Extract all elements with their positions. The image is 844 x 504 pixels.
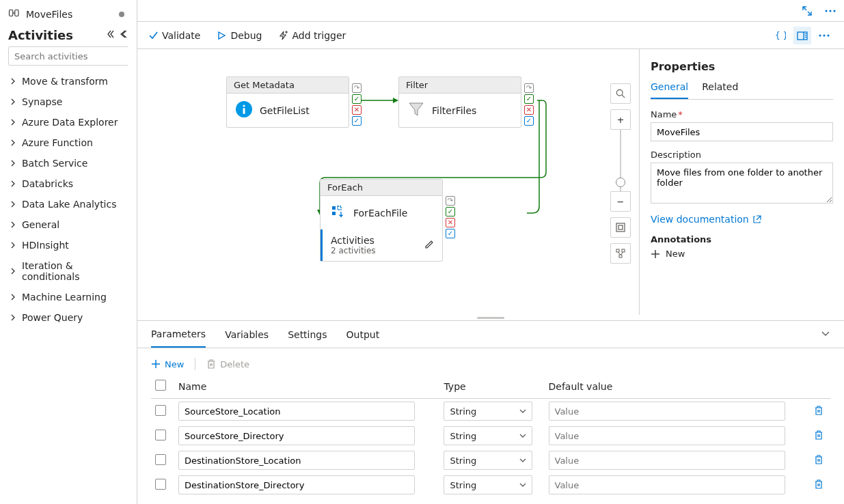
activity-name: FilterFiles — [432, 105, 476, 116]
search-input-wrap[interactable] — [8, 46, 128, 66]
row-checkbox[interactable] — [155, 405, 166, 416]
param-value-input[interactable] — [549, 451, 785, 470]
badge-fail-icon[interactable]: ✕ — [352, 105, 362, 115]
tab-parameters[interactable]: Parameters — [151, 321, 206, 348]
collapse-bottom-icon[interactable] — [821, 328, 830, 340]
properties-toggle-icon[interactable] — [793, 27, 811, 44]
trash-icon[interactable] — [814, 456, 823, 466]
col-default: Default value — [545, 374, 810, 399]
badge-completion-icon[interactable]: ✓ — [446, 229, 455, 238]
canvas-more-icon[interactable] — [815, 27, 833, 44]
chevron-right-icon — [10, 292, 16, 303]
auto-layout-icon[interactable] — [610, 243, 631, 264]
chevron-down-icon — [519, 432, 526, 439]
param-name-input[interactable] — [178, 475, 415, 494]
description-input[interactable] — [651, 163, 833, 204]
tab-settings[interactable]: Settings — [288, 321, 327, 348]
sidebar-item[interactable]: Move & transform — [8, 71, 128, 92]
validate-button[interactable]: Validate — [148, 30, 200, 41]
collapse-activities-icon[interactable] — [105, 30, 118, 40]
sidebar-item[interactable]: Machine Learning — [8, 287, 128, 307]
badge-success-icon[interactable]: ✓ — [446, 207, 455, 216]
trigger-icon — [278, 31, 288, 40]
row-checkbox[interactable] — [155, 454, 166, 465]
sidebar-item[interactable]: HDInsight — [8, 235, 128, 255]
chevron-right-icon — [10, 158, 16, 169]
sidebar-item[interactable]: Azure Function — [8, 132, 128, 153]
badge-success-icon[interactable]: ✓ — [352, 94, 362, 104]
param-type-select[interactable]: String — [444, 402, 532, 421]
more-icon[interactable] — [822, 3, 839, 19]
badge-skip-icon[interactable]: ↷ — [352, 83, 362, 93]
properties-tab-general[interactable]: General — [651, 81, 688, 99]
badge-completion-icon[interactable]: ✓ — [524, 116, 534, 126]
row-checkbox[interactable] — [155, 430, 166, 440]
sidebar-item-label: HDInsight — [22, 240, 69, 251]
badge-fail-icon[interactable]: ✕ — [446, 218, 455, 227]
zoom-slider[interactable] — [620, 130, 621, 191]
badge-completion-icon[interactable]: ✓ — [352, 116, 362, 126]
param-value-input[interactable] — [549, 475, 785, 494]
badge-skip-icon[interactable]: ↷ — [524, 83, 534, 93]
activity-name: ForEachFile — [353, 208, 407, 219]
badge-fail-icon[interactable]: ✕ — [524, 105, 534, 115]
param-type-select[interactable]: String — [444, 426, 532, 445]
view-documentation-link[interactable]: View documentation — [651, 214, 833, 225]
param-type-select[interactable]: String — [444, 451, 532, 470]
sidebar-item[interactable]: General — [8, 214, 128, 235]
select-all-checkbox[interactable] — [155, 380, 166, 391]
row-checkbox[interactable] — [155, 479, 166, 490]
activity-get-metadata[interactable]: Get Metadata GetFileList — [226, 76, 349, 128]
add-annotation-button[interactable]: New — [651, 249, 833, 259]
delete-parameter-button[interactable]: Delete — [206, 359, 249, 369]
add-trigger-label: Add trigger — [292, 30, 346, 41]
badge-skip-icon[interactable]: ↷ — [446, 196, 455, 206]
sidebar-item[interactable]: Data Lake Analytics — [8, 194, 128, 214]
param-type-select[interactable]: String — [444, 475, 532, 494]
activity-filter[interactable]: Filter FilterFiles — [398, 76, 521, 128]
collapse-sidebar-icon[interactable] — [118, 30, 128, 40]
sidebar-item[interactable]: Iteration & conditionals — [8, 255, 128, 287]
add-trigger-button[interactable]: Add trigger — [278, 30, 346, 41]
svg-point-18 — [819, 34, 821, 36]
zoom-in-button[interactable]: + — [610, 109, 631, 130]
debug-button[interactable]: Debug — [217, 30, 262, 41]
activity-type-label: Filter — [399, 77, 521, 94]
activities-title: Activities — [8, 28, 105, 42]
properties-tab-related[interactable]: Related — [702, 81, 738, 99]
sidebar-item[interactable]: Databricks — [8, 173, 128, 194]
canvas-search-icon[interactable] — [610, 83, 631, 104]
code-view-icon[interactable]: { } — [772, 27, 789, 44]
resize-handle[interactable] — [137, 315, 844, 320]
expand-icon[interactable] — [799, 3, 815, 19]
zoom-out-button[interactable]: − — [610, 191, 631, 212]
name-input[interactable] — [651, 122, 833, 141]
new-parameter-button[interactable]: New — [151, 359, 184, 369]
sidebar-item-label: Data Lake Analytics — [22, 199, 117, 210]
properties-heading: Properties — [651, 60, 833, 73]
tab-output[interactable]: Output — [346, 321, 380, 348]
sidebar-item[interactable]: Azure Data Explorer — [8, 112, 128, 132]
param-name-input[interactable] — [178, 451, 415, 470]
trash-icon[interactable] — [814, 432, 823, 442]
svg-rect-28 — [332, 212, 336, 215]
param-value-input[interactable] — [549, 426, 785, 445]
param-value-input[interactable] — [549, 402, 785, 421]
pencil-icon[interactable] — [424, 240, 434, 251]
tab-variables[interactable]: Variables — [225, 321, 269, 348]
fit-to-screen-icon[interactable] — [610, 217, 631, 238]
sidebar-item[interactable]: Batch Service — [8, 153, 128, 173]
canvas[interactable]: Get Metadata GetFileList ↷ ✓ ✕ ✓ Filter … — [137, 49, 639, 315]
trash-icon[interactable] — [814, 481, 823, 491]
svg-point-7 — [825, 10, 827, 12]
param-name-input[interactable] — [178, 426, 415, 445]
trash-icon[interactable] — [814, 407, 823, 417]
badge-success-icon[interactable]: ✓ — [524, 94, 534, 104]
sidebar-item[interactable]: Power Query — [8, 307, 128, 328]
activity-foreach[interactable]: ForEach ForEachFile Activities 2 activit… — [320, 179, 443, 262]
search-input[interactable] — [13, 47, 132, 65]
sidebar-item[interactable]: Synapse — [8, 92, 128, 112]
activity-name: GetFileList — [260, 105, 310, 116]
foreach-activities-button[interactable]: Activities 2 activities — [321, 229, 442, 261]
param-name-input[interactable] — [178, 402, 415, 421]
